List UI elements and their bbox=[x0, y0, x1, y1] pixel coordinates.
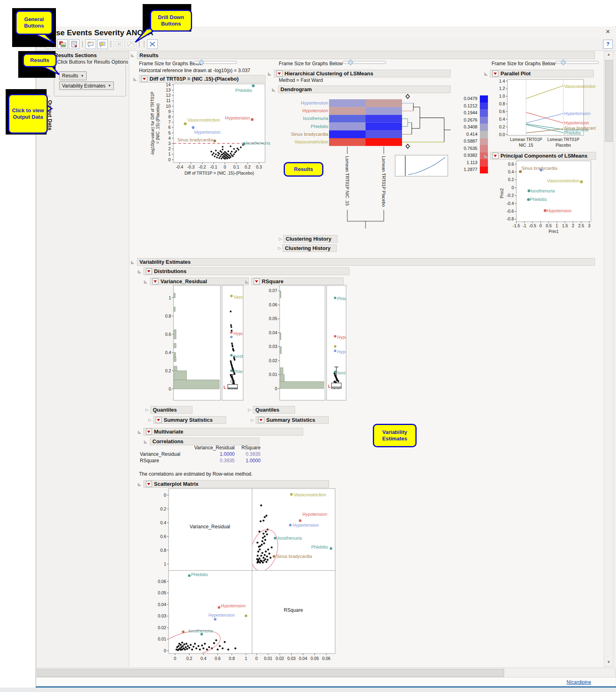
summary-statistics-header-2[interactable]: Summary Statistics bbox=[256, 416, 329, 424]
annotate-icon[interactable] bbox=[86, 39, 96, 49]
parallel-collapse-toggle[interactable] bbox=[484, 72, 488, 76]
rsquare-distribution[interactable]: 0.070.060.050.040.030.020.010PhlebitisHy… bbox=[259, 283, 349, 405]
svg-text:-log10(p-value) for Diff of TR: -log10(p-value) for Diff of TRT01P bbox=[150, 92, 155, 156]
splom-collapse-toggle[interactable] bbox=[138, 483, 141, 486]
correlations-cell: 0.3935 bbox=[235, 451, 261, 457]
quantiles-header-1[interactable]: Quantiles bbox=[150, 406, 192, 414]
variability-estimates-dropdown-button[interactable]: Variability Estimates▼ bbox=[59, 81, 114, 90]
scroll-down-icon[interactable]: ▼ bbox=[604, 660, 614, 664]
multivariate-collapse-toggle[interactable] bbox=[138, 430, 141, 434]
svg-text:Phlebitis: Phlebitis bbox=[564, 130, 581, 135]
summary-collapse-2[interactable]: ▷ bbox=[251, 418, 254, 422]
svg-text:Hypertension: Hypertension bbox=[564, 111, 590, 116]
parallel-plot[interactable]: 1.41.21.00.80.60.40.20.0Vasoconstriction… bbox=[490, 76, 596, 151]
quantiles-collapse-1[interactable]: ▷ bbox=[145, 408, 149, 412]
rsq-collapse-toggle[interactable] bbox=[245, 280, 249, 284]
correlations-outline-header[interactable]: Correlations bbox=[150, 438, 259, 445]
svg-text:2: 2 bbox=[572, 223, 574, 228]
frame-size-slider-3[interactable] bbox=[555, 60, 603, 66]
fit-group-icon[interactable]: H bbox=[114, 39, 124, 49]
volcano-plot[interactable]: 14131211109876543210-0.4-0.3-0.2-0.100.1… bbox=[149, 82, 271, 179]
help-button[interactable]: ? bbox=[603, 40, 613, 49]
desktop-strip bbox=[0, 688, 616, 692]
red-menu-icon[interactable] bbox=[146, 268, 152, 274]
save-image-icon[interactable] bbox=[57, 39, 68, 49]
pca-collapse-toggle[interactable] bbox=[484, 154, 488, 158]
multivariate-outline-header[interactable]: Multivariate bbox=[143, 428, 303, 436]
red-menu-icon[interactable] bbox=[276, 70, 282, 77]
journal-icon[interactable] bbox=[69, 39, 79, 49]
clustering-history-collapse-2[interactable]: ▷ bbox=[278, 246, 281, 250]
results-dropdown-button[interactable]: Results▼ bbox=[59, 71, 87, 80]
results-sections-header[interactable]: Results Sections bbox=[52, 51, 129, 59]
svg-text:-0.2: -0.2 bbox=[199, 164, 206, 169]
clustering-history-collapse-1[interactable]: ▷ bbox=[279, 237, 282, 241]
toolbar-separator bbox=[82, 41, 83, 47]
svg-text:Isosthenuria: Isosthenuria bbox=[530, 188, 555, 193]
svg-text:0.5: 0.5 bbox=[546, 223, 552, 228]
nicardipine-link[interactable]: NIcardipine bbox=[567, 679, 591, 685]
svg-text:0.6: 0.6 bbox=[215, 656, 221, 661]
variability-outline-header[interactable]: Variability Estimates bbox=[137, 258, 595, 266]
horizontal-scrollbar-thumb[interactable] bbox=[37, 669, 504, 677]
results-outline-header[interactable]: Results bbox=[137, 51, 595, 59]
svg-text:1.0: 1.0 bbox=[499, 94, 505, 98]
results-mid-callout: Results bbox=[284, 162, 323, 177]
close-icon[interactable]: ✕ bbox=[605, 28, 610, 35]
red-menu-icon[interactable] bbox=[258, 417, 264, 423]
scatterplot-matrix[interactable]: Variance_ResidualRSquare10.80.60.40.200.… bbox=[153, 485, 345, 667]
correlations-cell: Variance_Residual bbox=[193, 445, 235, 451]
results-sections-panel bbox=[52, 51, 129, 667]
summary-collapse-1[interactable]: ▷ bbox=[148, 418, 152, 422]
clustering-history-header-1[interactable]: Clustering History bbox=[283, 235, 338, 243]
distributions-outline-header[interactable]: Distributions bbox=[143, 267, 349, 275]
svg-text:0.03: 0.03 bbox=[158, 613, 167, 618]
svg-text:0.05: 0.05 bbox=[310, 656, 319, 661]
distributions-collapse-toggle[interactable] bbox=[138, 270, 141, 273]
svg-text:0.06: 0.06 bbox=[269, 302, 278, 307]
red-menu-icon[interactable] bbox=[492, 70, 498, 77]
note-icon[interactable] bbox=[97, 39, 108, 49]
svg-text:0.01: 0.01 bbox=[269, 372, 278, 377]
reference-line-note: Horizontal reference line drawn at -log1… bbox=[139, 68, 250, 73]
svg-text:Lsmean TRT01P NIC .15: Lsmean TRT01P NIC .15 bbox=[345, 156, 350, 206]
clustering-history-header-2[interactable]: Clustering History bbox=[282, 244, 337, 252]
correlations-cell: 1.0000 bbox=[193, 451, 235, 457]
red-menu-icon[interactable] bbox=[146, 429, 152, 435]
results-collapse-toggle[interactable] bbox=[131, 53, 135, 57]
quantiles-collapse-2[interactable]: ▷ bbox=[248, 408, 251, 412]
variability-collapse-toggle[interactable] bbox=[131, 261, 135, 264]
frame-size-slider-2[interactable] bbox=[342, 60, 391, 66]
red-menu-icon[interactable] bbox=[156, 417, 162, 423]
svg-text:Vasoconstriction: Vasoconstriction bbox=[233, 295, 246, 299]
pca-outline-header[interactable]: Principal Components of LSMeans bbox=[490, 152, 596, 160]
frame-size-slider-1[interactable] bbox=[193, 60, 242, 66]
diff-collapse-toggle[interactable] bbox=[133, 77, 137, 81]
vertical-scrollbar-thumb[interactable] bbox=[605, 60, 613, 142]
svg-text:0.02: 0.02 bbox=[276, 656, 284, 661]
svg-text:1.2: 1.2 bbox=[499, 86, 505, 91]
correlations-cell: Variance_Residual bbox=[140, 451, 193, 457]
svg-text:1: 1 bbox=[556, 223, 558, 228]
vertical-scrollbar[interactable] bbox=[604, 51, 614, 666]
vr-collapse-toggle[interactable] bbox=[144, 280, 148, 284]
red-menu-icon[interactable] bbox=[146, 481, 152, 487]
quantiles-header-2[interactable]: Quantiles bbox=[253, 406, 295, 414]
hclust-outline-header[interactable]: Hierarchical Clustering of LSMeans bbox=[274, 70, 451, 77]
dendrogram-collapse-toggle[interactable] bbox=[272, 88, 276, 92]
correlations-collapse-toggle[interactable] bbox=[144, 440, 148, 444]
hclust-collapse-toggle[interactable] bbox=[268, 72, 272, 76]
red-menu-icon[interactable] bbox=[492, 153, 498, 159]
svg-text:Hypotension: Hypotension bbox=[225, 115, 250, 120]
summary-statistics-header-1[interactable]: Summary Statistics bbox=[153, 416, 226, 424]
scroll-up-icon[interactable]: ▲ bbox=[604, 52, 614, 56]
variance-residual-distribution[interactable]: 10.80.60.40.20VasoconstrictionHypotensio… bbox=[157, 283, 246, 405]
diff-outline-header[interactable]: Diff of TRT01P = (NIC .15)-(Placebo) bbox=[139, 75, 265, 83]
svg-text:0.2: 0.2 bbox=[160, 506, 166, 511]
svg-text:0.8: 0.8 bbox=[160, 548, 166, 553]
pca-plot[interactable]: 0.60.40.20-0.2-0.4-0.6-0.8-1.5-1-0.500.5… bbox=[490, 159, 597, 238]
svg-text:0.8: 0.8 bbox=[165, 314, 171, 318]
svg-text:Sinus bradycardia: Sinus bradycardia bbox=[291, 132, 329, 137]
red-menu-icon[interactable] bbox=[141, 76, 148, 82]
svg-text:Lsmean TRT01P Placebo: Lsmean TRT01P Placebo bbox=[381, 156, 386, 207]
